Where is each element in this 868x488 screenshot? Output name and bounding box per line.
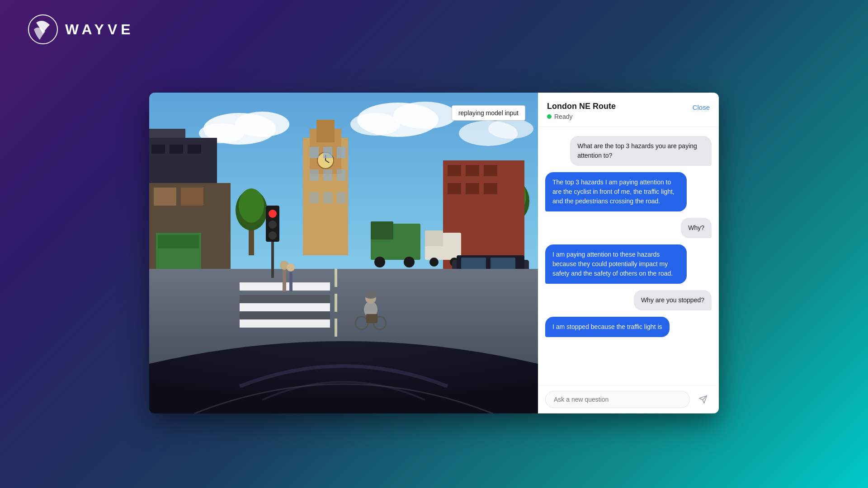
- svg-rect-44: [466, 165, 479, 176]
- svg-rect-92: [283, 269, 286, 291]
- chat-panel: London NE Route Ready Close What are the…: [538, 93, 719, 413]
- message-bubble: Why?: [681, 218, 712, 238]
- svg-rect-70: [335, 294, 337, 312]
- svg-rect-47: [466, 183, 479, 194]
- wayve-logo: WAYVE: [27, 14, 134, 45]
- svg-rect-29: [316, 120, 335, 142]
- svg-rect-13: [151, 145, 165, 154]
- svg-rect-43: [448, 165, 461, 176]
- svg-rect-34: [323, 147, 332, 158]
- svg-rect-76: [240, 295, 330, 303]
- status-dot: [547, 114, 552, 119]
- message-row: Why?: [545, 218, 712, 238]
- svg-rect-91: [366, 314, 377, 323]
- svg-rect-36: [310, 169, 319, 181]
- svg-rect-15: [188, 145, 201, 154]
- chat-title: London NE Route: [547, 102, 616, 111]
- svg-rect-18: [181, 188, 203, 206]
- message-row: I am paying attention to these hazards b…: [545, 244, 712, 284]
- svg-rect-71: [335, 319, 337, 337]
- svg-point-51: [374, 257, 385, 267]
- send-button[interactable]: [694, 391, 712, 408]
- replay-badge: replaying model input: [452, 105, 525, 121]
- svg-rect-38: [337, 169, 346, 181]
- svg-rect-35: [337, 147, 346, 158]
- chat-status: Ready: [547, 113, 616, 120]
- svg-rect-78: [240, 311, 330, 319]
- svg-rect-69: [335, 269, 337, 287]
- status-text: Ready: [554, 113, 572, 120]
- svg-point-9: [488, 119, 533, 139]
- message-row: I am stopped because the traffic light i…: [545, 317, 712, 337]
- svg-rect-46: [448, 183, 461, 194]
- svg-rect-39: [310, 192, 319, 203]
- svg-rect-94: [289, 271, 292, 291]
- chat-messages: What are the top 3 hazards you are payin…: [538, 127, 719, 385]
- message-bubble: I am paying attention to these hazards b…: [545, 244, 687, 284]
- svg-rect-40: [323, 192, 332, 203]
- svg-point-82: [269, 210, 277, 218]
- svg-point-7: [350, 113, 400, 136]
- svg-rect-41: [337, 192, 346, 203]
- wayve-logo-icon: [27, 14, 59, 45]
- svg-rect-45: [484, 165, 497, 176]
- street-scene-svg: [149, 93, 538, 413]
- camera-view: replaying model input: [149, 93, 538, 413]
- svg-point-87: [364, 291, 377, 299]
- message-row: What are the top 3 hazards you are payin…: [545, 136, 712, 166]
- svg-point-95: [287, 263, 295, 272]
- main-container: replaying model input London NE Route Re…: [149, 93, 719, 413]
- svg-point-83: [269, 221, 277, 229]
- svg-point-84: [269, 231, 277, 239]
- chat-input[interactable]: [545, 391, 690, 408]
- svg-point-55: [429, 258, 439, 267]
- message-bubble: Why are you stopped?: [634, 290, 712, 310]
- message-bubble: I am stopped because the traffic light i…: [545, 317, 670, 337]
- logo-text: WAYVE: [65, 21, 134, 38]
- svg-rect-50: [371, 221, 393, 239]
- svg-point-6: [393, 102, 457, 129]
- svg-rect-20: [158, 235, 199, 249]
- svg-rect-17: [154, 188, 176, 206]
- send-icon: [698, 395, 708, 404]
- svg-rect-33: [310, 147, 319, 158]
- svg-rect-54: [425, 230, 443, 246]
- svg-rect-77: [240, 303, 330, 311]
- svg-rect-14: [170, 145, 183, 154]
- chat-header-info: London NE Route Ready: [547, 102, 616, 120]
- message-row: The top 3 hazards I am paying attention …: [545, 172, 712, 211]
- svg-point-23: [239, 188, 264, 223]
- svg-rect-48: [484, 183, 497, 194]
- svg-point-52: [404, 257, 415, 267]
- message-bubble: The top 3 hazards I am paying attention …: [545, 172, 687, 211]
- close-button[interactable]: Close: [693, 102, 710, 111]
- svg-rect-37: [323, 169, 332, 181]
- message-row: Why are you stopped?: [545, 290, 712, 310]
- chat-input-area: [538, 385, 719, 413]
- chat-header: London NE Route Ready Close: [538, 93, 719, 127]
- message-bubble: What are the top 3 hazards you are payin…: [570, 136, 712, 166]
- svg-rect-79: [240, 319, 330, 328]
